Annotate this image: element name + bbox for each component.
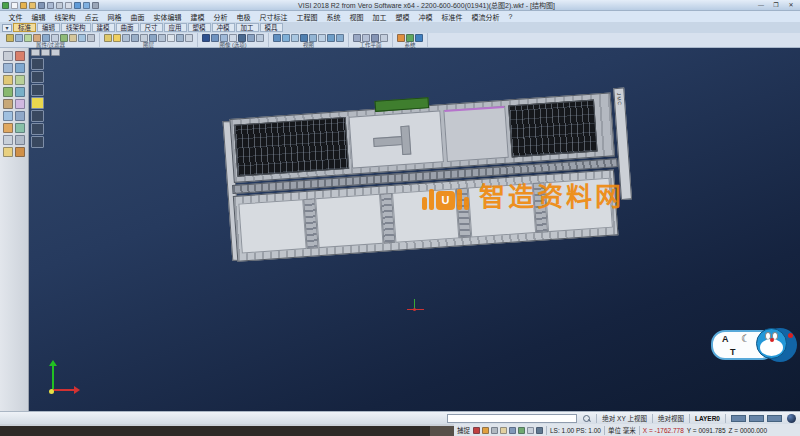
element-properties-icon[interactable] (6, 34, 14, 42)
view-right-icon[interactable] (31, 97, 44, 109)
tab-application[interactable]: 应用 (164, 23, 187, 32)
menu-drafting[interactable]: 工程图 (292, 12, 322, 22)
viewcube-home-icon[interactable] (31, 49, 40, 56)
save-icon[interactable] (38, 2, 45, 9)
menu-mesh[interactable]: 网格 (103, 12, 126, 22)
tab-tooling[interactable]: 模具 (260, 23, 283, 32)
view-mode-indicator[interactable]: 绝对视图 (658, 413, 684, 423)
minimize-button[interactable]: — (754, 1, 768, 10)
memory-indicator-2[interactable] (749, 415, 764, 422)
crosshair-icon[interactable] (536, 427, 543, 434)
curve-icon[interactable] (3, 87, 13, 97)
collapse-toolbar-button[interactable]: ▾ (2, 24, 12, 32)
fillet-icon[interactable] (3, 111, 13, 121)
shadow-icon[interactable] (238, 34, 246, 42)
perspective-icon[interactable] (247, 34, 255, 42)
snap-point-icon[interactable] (482, 427, 489, 434)
save-all-icon[interactable] (47, 2, 54, 9)
shaded-view-icon[interactable] (202, 34, 210, 42)
text-icon[interactable] (3, 147, 13, 157)
pan-icon[interactable] (291, 34, 299, 42)
current-layer-indicator[interactable]: LAYER0 (695, 415, 720, 422)
menu-pointcloud[interactable]: 点云 (80, 12, 103, 22)
select-all-icon[interactable] (78, 34, 86, 42)
open-file-icon[interactable] (20, 2, 27, 9)
menu-view[interactable]: 视图 (345, 12, 368, 22)
menu-electrode[interactable]: 电极 (232, 12, 255, 22)
layer-manager-icon[interactable] (104, 34, 112, 42)
circle-icon[interactable] (3, 75, 13, 85)
command-search-input[interactable] (447, 414, 577, 423)
iso-view-icon[interactable] (327, 34, 335, 42)
paint-attributes-icon[interactable] (51, 34, 59, 42)
print-icon[interactable] (56, 2, 63, 9)
new-file-icon[interactable] (11, 2, 18, 9)
zoom-window-icon[interactable] (282, 34, 290, 42)
layer-isolate-icon[interactable] (149, 34, 157, 42)
viewport-canvas[interactable]: JMC U 智造资料网 (29, 48, 800, 411)
front-view-icon[interactable] (309, 34, 317, 42)
snap-intersection-icon[interactable] (509, 427, 516, 434)
view-iso-icon[interactable] (31, 58, 44, 70)
undo-icon[interactable] (74, 2, 81, 9)
invert-selection-icon[interactable] (87, 34, 95, 42)
menu-mould[interactable]: 塑模 (391, 12, 414, 22)
view-front-icon[interactable] (31, 84, 44, 96)
workplane-list-icon[interactable] (380, 34, 388, 42)
menu-analysis[interactable]: 分析 (209, 12, 232, 22)
move-to-layer-icon[interactable] (158, 34, 166, 42)
menu-solid-edit[interactable]: 实体编辑 (149, 12, 186, 22)
menu-surface[interactable]: 曲面 (126, 12, 149, 22)
layer-filter-icon[interactable] (24, 34, 32, 42)
color-filter-icon[interactable] (15, 34, 23, 42)
workplane-icon[interactable] (353, 34, 361, 42)
tab-die[interactable]: 冲模 (212, 23, 235, 32)
point-icon[interactable] (3, 63, 13, 73)
memory-indicator-1[interactable] (731, 415, 746, 422)
current-layer-icon[interactable] (140, 34, 148, 42)
render-options-icon[interactable] (229, 34, 237, 42)
memory-indicator-3[interactable] (767, 415, 782, 422)
open-folder-icon[interactable] (29, 2, 36, 9)
select-icon[interactable] (3, 51, 13, 61)
transform-icon[interactable] (3, 123, 13, 133)
dimension-icon[interactable] (15, 135, 25, 145)
tab-mould[interactable]: 塑模 (188, 23, 211, 32)
menu-flow-analysis[interactable]: 模流分析 (467, 12, 504, 22)
menu-standard-parts[interactable]: 标准件 (437, 12, 467, 22)
measure-icon[interactable] (3, 135, 13, 145)
menu-machining[interactable]: 加工 (368, 12, 391, 22)
hatch-icon[interactable] (15, 147, 25, 157)
layer-on-icon[interactable] (122, 34, 130, 42)
type-filter-icon[interactable] (33, 34, 41, 42)
info-icon[interactable] (415, 34, 423, 42)
view-top-icon[interactable] (31, 71, 44, 83)
chamfer-icon[interactable] (15, 111, 25, 121)
new-layer-icon[interactable] (113, 34, 121, 42)
layer-lock-icon[interactable] (176, 34, 184, 42)
view-back-icon[interactable] (31, 110, 44, 122)
snap-center-icon[interactable] (500, 427, 507, 434)
mirror-icon[interactable] (15, 123, 25, 133)
line-icon[interactable] (15, 63, 25, 73)
snap-end-icon[interactable] (518, 427, 525, 434)
menu-edit[interactable]: 编辑 (27, 12, 50, 22)
surface-icon[interactable] (15, 87, 25, 97)
previous-view-icon[interactable] (336, 34, 344, 42)
trim-icon[interactable] (15, 99, 25, 109)
layer-list-icon[interactable] (167, 34, 175, 42)
menu-help[interactable]: ? (504, 13, 517, 20)
tab-edit[interactable]: 编辑 (37, 23, 60, 32)
tab-surface[interactable]: 曲面 (116, 23, 139, 32)
menu-modeling[interactable]: 建模 (186, 12, 209, 22)
search-icon[interactable] (582, 414, 591, 423)
tab-modeling[interactable]: 建模 (92, 23, 115, 32)
attribute-copy-icon[interactable] (42, 34, 50, 42)
layer-off-icon[interactable] (131, 34, 139, 42)
arc-icon[interactable] (15, 75, 25, 85)
zoom-fit-icon[interactable] (273, 34, 281, 42)
grid-icon[interactable] (397, 34, 405, 42)
menu-dimension[interactable]: 尺寸标注 (255, 12, 292, 22)
workplane-align-icon[interactable] (362, 34, 370, 42)
snap-mid-icon[interactable] (491, 427, 498, 434)
